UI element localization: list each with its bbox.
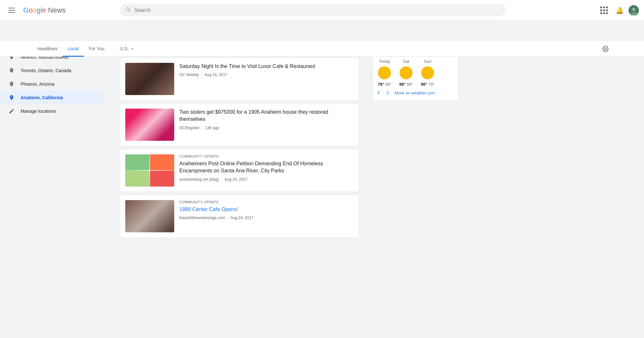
sidebar-item-label: Phoenix, Arizona	[21, 82, 54, 87]
news-source: OCRegister	[179, 126, 200, 130]
logo[interactable]: Google News	[23, 6, 66, 14]
news-date: Aug 24, 2017	[204, 72, 227, 77]
unit-f-button[interactable]: F	[378, 91, 380, 95]
app-header: Google News	[0, 0, 644, 21]
weather-panel: Weather Today 78° 68° Sat 88° 68°	[367, 36, 464, 338]
news-content: COMMUNITY UPDATE 1888 Center Cafe Opens!…	[179, 200, 354, 232]
news-content: COMMUNITY UPDATE Anaheimers Post Online …	[179, 154, 354, 187]
location-pin-icon	[8, 81, 15, 87]
news-time-ago: 13h ago	[205, 126, 219, 130]
sidebar-item-phoenix[interactable]: Phoenix, Arizona	[0, 77, 104, 91]
weather-day-label: Sat	[403, 59, 410, 64]
news-date: Aug 24, 2017	[231, 216, 253, 220]
news-thumbnail	[125, 63, 174, 95]
weather-temp: 96° 70°	[421, 82, 435, 87]
unit-c-button[interactable]: C	[386, 91, 389, 95]
location-pin-filled-icon	[8, 95, 15, 101]
tab-headlines[interactable]: Headlines	[32, 42, 62, 57]
nav-divider	[112, 45, 112, 53]
sidebar-item-label: Toronto, Ontario, Canada	[21, 68, 71, 73]
svg-line-1	[129, 11, 130, 12]
news-title: Saturday Night Is the Time to Visit Luxo…	[179, 63, 354, 70]
weather-day-sat: Sat 88° 68°	[399, 59, 413, 87]
logo-text: Google	[23, 6, 46, 14]
news-card-article-4[interactable]: COMMUNITY UPDATE 1888 Center Cafe Opens!…	[120, 195, 359, 238]
weather-card: Today 78° 68° Sat 88° 68° Sun	[372, 53, 459, 101]
location-pin-icon	[8, 68, 15, 73]
news-card-article-3[interactable]: COMMUNITY UPDATE Anaheimers Post Online …	[120, 149, 359, 192]
weather-day-today: Today 78° 68°	[378, 59, 392, 87]
search-input-wrap[interactable]	[120, 4, 506, 16]
svg-point-3	[632, 8, 635, 11]
news-meta: OCRegister · 13h ago	[179, 126, 354, 130]
header-right: 🔔	[598, 4, 639, 17]
header-left: Google News	[5, 4, 115, 17]
weather-day-sun: Sun 96° 70°	[421, 59, 435, 87]
bell-icon: 🔔	[616, 6, 624, 14]
grid-icon	[600, 6, 608, 14]
hamburger-line-2	[8, 10, 15, 11]
sidebar: SECTIONS Newton, Massachusetts Toronto, …	[0, 36, 109, 338]
news-category: COMMUNITY UPDATE	[179, 154, 354, 158]
apps-button[interactable]	[598, 4, 611, 17]
news-meta: OC Weekly · Aug 24, 2017	[179, 72, 354, 77]
news-content: Two sisters get $975000 for a 1905 Anahe…	[179, 109, 354, 141]
weather-day-label: Today	[379, 59, 390, 64]
news-thumbnail	[125, 154, 174, 187]
hamburger-line-1	[8, 8, 15, 8]
content-area: Anaheim, California Saturday Night Is th…	[109, 36, 367, 338]
settings-button[interactable]	[599, 43, 612, 55]
news-card-article-2[interactable]: Two sisters get $975000 for a 1905 Anahe…	[120, 103, 359, 146]
weather-units: F | C More on weather.com	[378, 91, 453, 95]
weather-more-link[interactable]: More on weather.com	[395, 91, 435, 95]
tab-us[interactable]: U.S.	[115, 42, 140, 57]
news-content: Saturday Night Is the Time to Visit Luxo…	[179, 63, 354, 95]
main-layout: SECTIONS Newton, Massachusetts Toronto, …	[0, 36, 644, 338]
news-meta: anaheimblog.net (blog) · Aug 24, 2017	[179, 177, 354, 182]
tab-for-you[interactable]: For You	[84, 42, 109, 57]
news-source: iheartoldtowneorange.com	[179, 216, 225, 220]
weather-days: Today 78° 68° Sat 88° 68° Sun	[378, 59, 453, 87]
news-meta: iheartoldtowneorange.com · Aug 24, 2017	[179, 216, 354, 220]
notifications-button[interactable]: 🔔	[613, 4, 626, 17]
sun-icon	[378, 66, 391, 79]
news-title: 1888 Center Cafe Opens!	[179, 206, 354, 213]
sun-icon	[400, 66, 412, 79]
menu-button[interactable]	[5, 4, 18, 17]
weather-day-label: Sun	[424, 59, 431, 64]
tab-local[interactable]: Local	[62, 42, 83, 57]
news-card-article-1[interactable]: Saturday Night Is the Time to Visit Luxo…	[120, 57, 359, 101]
news-thumbnail	[125, 200, 174, 232]
avatar[interactable]	[629, 5, 639, 15]
svg-point-5	[605, 48, 606, 50]
news-category: COMMUNITY UPDATE	[179, 200, 354, 204]
news-source: anaheimblog.net (blog)	[179, 177, 219, 182]
search-input[interactable]	[134, 7, 501, 13]
sidebar-item-anaheim[interactable]: Anaheim, California	[0, 91, 104, 104]
sidebar-item-manage[interactable]: Manage locations	[0, 104, 104, 118]
news-thumb-grid	[125, 154, 174, 187]
settings-area	[599, 43, 612, 55]
sidebar-item-label: Anaheim, California	[21, 95, 63, 100]
logo-news-text: News	[48, 6, 66, 14]
news-date: Aug 24, 2017	[224, 177, 247, 182]
sidebar-item-label: Manage locations	[21, 109, 56, 114]
chevron-down-icon	[130, 46, 135, 51]
weather-temp: 88° 68°	[399, 82, 413, 87]
avatar-image	[629, 5, 639, 15]
news-source: OC Weekly	[179, 72, 199, 77]
gear-icon	[602, 46, 609, 52]
nav-tabs: Headlines Local For You U.S.	[0, 41, 644, 57]
news-thumbnail	[125, 109, 174, 141]
sidebar-item-toronto[interactable]: Toronto, Ontario, Canada	[0, 64, 104, 77]
news-title: Two sisters get $975000 for a 1905 Anahe…	[179, 109, 354, 123]
news-title: Anaheimers Post Online Petition Demandin…	[179, 160, 354, 175]
hamburger-line-3	[8, 12, 15, 13]
sun-icon	[421, 66, 434, 79]
weather-temp: 78° 68°	[378, 82, 392, 87]
search-icon	[125, 7, 131, 14]
pencil-icon	[8, 108, 15, 114]
search-bar	[120, 4, 506, 16]
